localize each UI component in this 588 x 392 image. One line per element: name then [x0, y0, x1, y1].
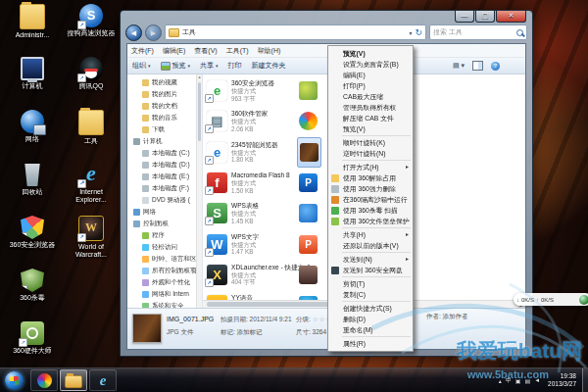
file-tile[interactable]: ▤ 360软件管家 快捷方式 2.06 KB [207, 106, 297, 136]
nav-item[interactable]: 程序 [127, 229, 202, 241]
chevron-down-icon[interactable]: ▾ [409, 29, 412, 36]
desktop-icon[interactable]: 搜狗高速浏览器 [63, 4, 120, 57]
file-tile[interactable]: e 360安全浏览器 快捷方式 963 字节 [207, 75, 297, 106]
tags-field[interactable]: 标记: 添加标记 [220, 328, 263, 337]
desktop-icon[interactable]: 计算机 [6, 57, 59, 110]
forward-button[interactable]: ▶ [145, 24, 162, 41]
menu-bar-item[interactable]: 文件(F) [131, 46, 154, 56]
menu-bar-item[interactable]: 查看(V) [194, 46, 217, 56]
toolbar-button[interactable]: 组织 [132, 61, 151, 71]
toolbar-button[interactable]: 预览 [161, 61, 191, 71]
nav-item[interactable]: 系统和安全 [127, 300, 202, 308]
file-tile[interactable] [297, 260, 321, 290]
taskbar-app-button[interactable] [89, 369, 117, 391]
help-icon[interactable]: ? [491, 62, 500, 71]
desktop-icon[interactable]: 腾讯QQ [63, 57, 120, 110]
file-tile[interactable]: f Macromedia Flash 8 快捷方式 1.50 KB [207, 168, 297, 198]
change-view-icon[interactable]: ▤ ▾ [453, 62, 465, 70]
ime-indicator[interactable]: 中 [506, 376, 512, 385]
file-tile[interactable]: e 2345智能浏览器 快捷方式 1.80 KB [207, 137, 297, 168]
context-menu-item[interactable]: 预览(V) [328, 48, 413, 59]
maximize-button[interactable]: ▢ [475, 11, 495, 23]
desktop-icon[interactable]: 360安全浏览器 [6, 216, 59, 269]
back-button[interactable]: ◀ [125, 24, 142, 41]
desktop-icon[interactable]: 回收站 [6, 163, 59, 216]
breadcrumb[interactable]: 工具 [182, 27, 196, 37]
action-center-icon[interactable]: ▣ [515, 377, 521, 384]
file-tile[interactable]: S WPS表格 快捷方式 1.45 KB [207, 198, 297, 228]
taskbar-app-button[interactable] [60, 369, 87, 391]
taskbar-app-button[interactable] [30, 369, 58, 391]
volume-icon[interactable]: ◄ [534, 377, 540, 383]
menu-bar-item[interactable]: 编辑(E) [163, 46, 185, 56]
nav-item[interactable]: 本地磁盘 (D:) [127, 159, 202, 171]
nav-item[interactable]: 轻松访问 [127, 241, 202, 253]
context-menu-item[interactable] [342, 301, 411, 302]
address-bar[interactable]: 工具 ▾ ↻ [165, 24, 426, 40]
hidden-icons-caret[interactable]: ▴ [499, 377, 502, 384]
nav-item[interactable]: 网络 [127, 206, 202, 218]
context-menu-item[interactable]: CAB最大压缩 [328, 91, 413, 102]
file-tile[interactable]: P [297, 168, 321, 198]
context-menu-item[interactable]: 管理员取得所有权 [328, 102, 413, 113]
context-menu-item[interactable] [342, 252, 411, 253]
nav-item[interactable]: 我的图片 [127, 88, 202, 100]
menu-bar-item[interactable]: 帮助(H) [258, 46, 281, 56]
context-menu-item[interactable]: 属性(R) [328, 338, 413, 349]
file-tile[interactable]: P [297, 228, 321, 259]
start-button[interactable] [5, 371, 24, 390]
taskbar-clock[interactable]: 19:38 2013/3/27 [544, 372, 582, 388]
nav-item[interactable]: 下载 [127, 123, 202, 135]
nav-item[interactable]: 本地磁盘 (F:) [127, 182, 202, 194]
desktop-icon[interactable]: 工具 [63, 110, 120, 163]
context-menu-item[interactable]: 重命名(M) [328, 324, 413, 335]
desktop-icon[interactable]: World of Warcraft... [63, 216, 120, 269]
desktop-icon[interactable]: 网络 [6, 110, 59, 163]
nav-item[interactable]: DVD 驱动器 ( [127, 194, 202, 206]
nav-item[interactable]: 所有控制面板项 [127, 265, 202, 276]
context-menu-item[interactable]: 使用 360解除占用 [328, 172, 413, 183]
toolbar-button[interactable]: 打印 [228, 61, 242, 71]
toolbar-button[interactable]: 共享 [200, 61, 219, 71]
context-menu-item[interactable]: 顺时针旋转(K) [328, 137, 413, 148]
context-menu-item[interactable]: 预览(V) [328, 123, 413, 134]
network-speed-widget[interactable]: ↓ 0K/S ↑ 0K/S [514, 293, 588, 306]
file-tile[interactable]: X XDLauncher.exe - 快捷方式 快捷方式 404 字节 [207, 260, 297, 290]
context-menu-item[interactable]: 复制(C) [328, 289, 413, 300]
context-menu-item[interactable]: 打印(P) [328, 80, 413, 91]
nav-scrollbar[interactable]: ▲ [196, 74, 202, 308]
context-menu-item[interactable] [342, 227, 411, 228]
desktop-icon[interactable]: Administr... [6, 4, 59, 57]
file-tile[interactable] [297, 75, 321, 106]
nav-item[interactable]: 我的音乐 [127, 112, 202, 123]
nav-item[interactable]: 控制面板 [127, 218, 202, 229]
context-menu-item[interactable] [342, 135, 411, 136]
context-menu-item[interactable]: 解压缩 CAB 文件 [328, 113, 413, 123]
context-menu-item[interactable]: 共享(H) [328, 229, 413, 240]
context-menu-item[interactable]: 删除(D) [328, 314, 413, 324]
nav-item[interactable]: 我的视频 [127, 76, 202, 88]
file-tile[interactable] [297, 137, 321, 168]
desktop-icon[interactable]: 360硬件大师 [6, 321, 59, 374]
context-menu-item[interactable]: 设置为桌面背景(B) [328, 59, 413, 70]
360-ball-icon[interactable] [579, 295, 588, 305]
menu-bar-item[interactable]: 工具(T) [226, 46, 249, 56]
context-menu-item[interactable]: 编辑(E) [328, 70, 413, 80]
refresh-icon[interactable]: ↻ [415, 27, 422, 37]
minimize-button[interactable]: — [455, 11, 474, 23]
nav-item[interactable]: 时钟、语言和区域 [127, 253, 202, 265]
context-menu-item[interactable]: 创建快捷方式(S) [328, 303, 413, 314]
context-menu-item[interactable]: 逆时针旋转(N) [328, 148, 413, 159]
nav-item[interactable]: 外观和个性化 [127, 276, 202, 288]
context-menu-item[interactable]: 使用 360强力删除 [328, 183, 413, 194]
nav-item[interactable]: 本地磁盘 (C:) [127, 147, 202, 159]
context-menu-item[interactable]: 在360隔离沙箱中运行 [328, 194, 413, 205]
desktop-icon[interactable]: 360杀毒 [6, 269, 59, 321]
context-menu-item[interactable] [342, 276, 411, 277]
desktop-icon[interactable]: Internet Explorer... [63, 163, 120, 216]
file-tile[interactable] [297, 106, 321, 136]
network-tray-icon[interactable]: ▤ [524, 377, 530, 384]
context-menu-item[interactable] [342, 336, 411, 337]
file-tile[interactable] [297, 198, 321, 228]
context-menu-item[interactable]: 剪切(T) [328, 278, 413, 289]
